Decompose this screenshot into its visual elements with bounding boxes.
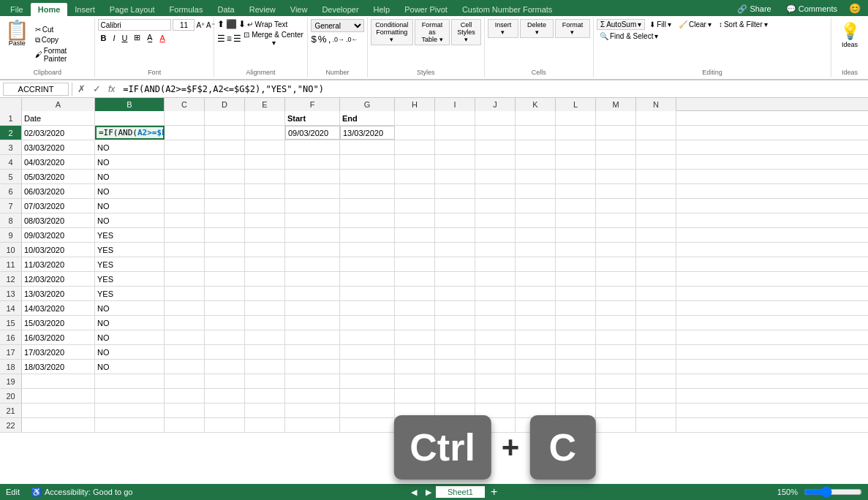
cell[interactable] — [516, 228, 556, 242]
cell[interactable] — [636, 111, 676, 125]
cell[interactable] — [165, 418, 205, 432]
cell[interactable] — [205, 228, 245, 242]
cell[interactable] — [285, 243, 340, 257]
cell[interactable] — [285, 140, 340, 154]
cell[interactable]: 10/03/2020 — [22, 243, 95, 257]
cell[interactable]: YES — [95, 228, 165, 242]
cell[interactable] — [165, 213, 205, 227]
cell[interactable] — [205, 418, 245, 432]
cell[interactable] — [556, 243, 596, 257]
cell[interactable] — [556, 213, 596, 227]
align-top-button[interactable]: ⬆ — [217, 19, 224, 29]
cell[interactable] — [556, 360, 596, 374]
cell[interactable] — [475, 316, 516, 330]
cell[interactable] — [435, 389, 475, 403]
cell[interactable] — [285, 301, 340, 315]
cell[interactable] — [475, 257, 516, 271]
cell-styles-button[interactable]: CellStyles ▾ — [451, 19, 481, 45]
cell[interactable] — [22, 389, 95, 403]
cell[interactable] — [596, 272, 636, 286]
cell[interactable] — [435, 140, 475, 154]
cell[interactable]: YES — [95, 257, 165, 271]
cell[interactable] — [435, 257, 475, 271]
cell[interactable] — [165, 360, 205, 374]
cell[interactable] — [516, 213, 556, 227]
cell[interactable] — [395, 155, 435, 169]
cell[interactable] — [165, 140, 205, 154]
cell[interactable]: NO — [95, 330, 165, 344]
cell[interactable] — [340, 155, 395, 169]
cell[interactable] — [245, 111, 285, 125]
cell[interactable] — [556, 170, 596, 183]
cell[interactable] — [596, 287, 636, 300]
cell[interactable] — [475, 228, 516, 242]
ribbon-tab-insert[interactable]: Insert — [67, 3, 102, 16]
cell[interactable] — [395, 389, 435, 403]
cell[interactable]: 09/03/2020 — [22, 228, 95, 242]
cell[interactable] — [165, 155, 205, 169]
cell[interactable] — [205, 330, 245, 344]
cell[interactable] — [556, 228, 596, 242]
cell[interactable] — [395, 213, 435, 227]
cell[interactable] — [245, 140, 285, 154]
cell[interactable] — [165, 184, 205, 198]
cell[interactable]: End — [340, 111, 395, 125]
share-button[interactable]: 🔗 Share — [730, 2, 778, 16]
cell[interactable] — [395, 257, 435, 271]
cell[interactable] — [395, 374, 435, 388]
cell[interactable] — [340, 316, 395, 330]
cell[interactable] — [435, 272, 475, 286]
cell[interactable] — [435, 301, 475, 315]
cell[interactable] — [165, 389, 205, 403]
cell[interactable] — [475, 126, 516, 140]
cell[interactable] — [556, 287, 596, 300]
cancel-formula-button[interactable]: ✗ — [75, 83, 88, 94]
percent-sign-button[interactable]: % — [318, 34, 327, 45]
ribbon-tab-home[interactable]: Home — [31, 3, 68, 16]
cell[interactable] — [245, 287, 285, 300]
cell[interactable] — [245, 330, 285, 344]
cell[interactable] — [556, 330, 596, 344]
cell[interactable] — [596, 170, 636, 183]
cell[interactable] — [636, 126, 676, 140]
cell[interactable] — [435, 184, 475, 198]
cell[interactable] — [636, 199, 676, 213]
cell[interactable]: NO — [95, 360, 165, 374]
cell[interactable] — [245, 374, 285, 388]
cell[interactable] — [475, 287, 516, 300]
cell[interactable] — [340, 272, 395, 286]
cell[interactable] — [516, 140, 556, 154]
cell[interactable]: 17/03/2020 — [22, 345, 95, 359]
cell[interactable] — [245, 301, 285, 315]
ribbon-tab-file[interactable]: File — [3, 3, 31, 16]
cell[interactable]: NO — [95, 184, 165, 198]
cell[interactable]: 09/03/2020 — [285, 126, 340, 140]
align-bottom-button[interactable]: ⬇ — [238, 19, 246, 29]
cell[interactable] — [435, 243, 475, 257]
cell[interactable]: NO — [95, 155, 165, 169]
cell[interactable] — [395, 301, 435, 315]
cell[interactable] — [205, 111, 245, 125]
cell[interactable] — [245, 404, 285, 417]
cell[interactable] — [205, 126, 245, 140]
cell[interactable] — [516, 111, 556, 125]
cell[interactable] — [596, 389, 636, 403]
comments-button[interactable]: 💬 Comments — [779, 2, 845, 16]
cell[interactable] — [636, 404, 676, 417]
cell[interactable] — [340, 140, 395, 154]
copy-button[interactable]: ⧉ Copy — [33, 35, 92, 45]
cell[interactable] — [395, 360, 435, 374]
cell[interactable] — [435, 287, 475, 300]
cell[interactable] — [475, 213, 516, 227]
cell[interactable] — [165, 126, 205, 140]
cell[interactable] — [435, 126, 475, 140]
ribbon-tab-help[interactable]: Help — [366, 3, 398, 16]
clear-button[interactable]: 🧹 Clear ▾ — [676, 19, 714, 30]
cell[interactable]: 11/03/2020 — [22, 257, 95, 271]
cell[interactable] — [395, 111, 435, 125]
cell[interactable] — [475, 199, 516, 213]
col-header-G[interactable]: G — [340, 98, 395, 111]
cell[interactable] — [285, 257, 340, 271]
cell[interactable] — [516, 330, 556, 344]
cell[interactable]: 06/03/2020 — [22, 184, 95, 198]
